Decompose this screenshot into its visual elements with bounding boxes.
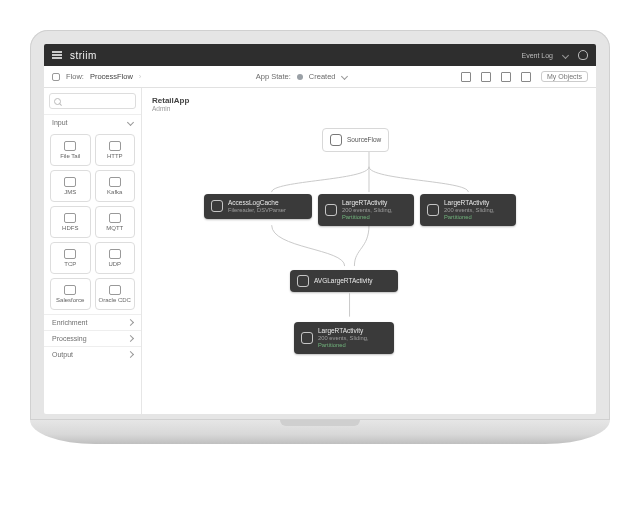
sidebar-section-input[interactable]: Input	[44, 114, 141, 130]
component-grid: File Tail HTTP JMS Kafka HDFS MQTT TCP U…	[44, 130, 141, 314]
app-state-value[interactable]: Created	[309, 72, 336, 81]
window-icon	[427, 204, 439, 216]
chevron-right-icon	[127, 335, 134, 342]
chevron-down-icon	[127, 119, 134, 126]
component-http[interactable]: HTTP	[95, 134, 136, 166]
menu-icon[interactable]	[52, 51, 62, 58]
download-icon[interactable]	[501, 72, 511, 82]
hdfs-icon	[64, 213, 76, 223]
chevron-right-icon	[127, 319, 134, 326]
http-icon	[109, 141, 121, 151]
udp-icon	[109, 249, 121, 259]
search-icon	[54, 98, 61, 105]
component-filetail[interactable]: File Tail	[50, 134, 91, 166]
node-accesslogcache[interactable]: AccessLogCache Filereader, DSVParser	[204, 194, 312, 219]
screen-bezel: striim Event Log Flow: ProcessFlow › App…	[30, 30, 610, 420]
status-dot-icon	[297, 74, 303, 80]
chevron-down-icon[interactable]	[340, 73, 347, 80]
node-largertactivity-1[interactable]: LargeRTActivity 200 events, Sliding, Par…	[318, 194, 414, 226]
tcp-icon	[64, 249, 76, 259]
node-largertactivity-3[interactable]: LargeRTActivity 200 events, Sliding, Par…	[294, 322, 394, 354]
node-sourceflow[interactable]: SourceFlow	[322, 128, 389, 152]
mqtt-icon	[109, 213, 121, 223]
search-input[interactable]	[49, 93, 136, 109]
node-avglargertactivity[interactable]: AVGLargeRTActivity	[290, 270, 398, 292]
app-screen: striim Event Log Flow: ProcessFlow › App…	[44, 44, 596, 414]
file-icon	[64, 141, 76, 151]
flow-icon	[330, 134, 342, 146]
laptop-frame: striim Event Log Flow: ProcessFlow › App…	[30, 30, 610, 444]
settings-icon[interactable]	[521, 72, 531, 82]
bell-icon[interactable]	[578, 50, 588, 60]
component-mqtt[interactable]: MQTT	[95, 206, 136, 238]
brand-logo: striim	[70, 50, 97, 61]
flow-diagram: SourceFlow AccessLogCache Filereader, DS…	[142, 122, 596, 414]
app-state-label: App State:	[256, 72, 291, 81]
component-kafka[interactable]: Kafka	[95, 170, 136, 202]
jms-icon	[64, 177, 76, 187]
flow-icon	[52, 73, 60, 81]
flow-label: Flow:	[66, 72, 84, 81]
node-largertactivity-2[interactable]: LargeRTActivity 200 events, Sliding, Par…	[420, 194, 516, 226]
salesforce-icon	[64, 285, 76, 295]
sidebar-section-enrichment[interactable]: Enrichment	[44, 314, 141, 330]
toolbar-icon-2[interactable]	[481, 72, 491, 82]
topbar: striim Event Log	[44, 44, 596, 66]
app-owner: Admin	[152, 105, 586, 112]
sidebar-section-processing[interactable]: Processing	[44, 330, 141, 346]
window-icon	[301, 332, 313, 344]
cq-icon	[297, 275, 309, 287]
app-title: RetailApp	[152, 96, 586, 105]
my-objects-button[interactable]: My Objects	[541, 71, 588, 82]
component-udp[interactable]: UDP	[95, 242, 136, 274]
oracle-icon	[109, 285, 121, 295]
toolbar-icon-1[interactable]	[461, 72, 471, 82]
sidebar: Input File Tail HTTP JMS Kafka HDFS MQTT…	[44, 88, 142, 414]
main-area: Input File Tail HTTP JMS Kafka HDFS MQTT…	[44, 88, 596, 414]
connectors	[142, 122, 596, 414]
component-hdfs[interactable]: HDFS	[50, 206, 91, 238]
subbar: Flow: ProcessFlow › App State: Created M…	[44, 66, 596, 88]
laptop-base	[30, 420, 610, 444]
kafka-icon	[109, 177, 121, 187]
component-jms[interactable]: JMS	[50, 170, 91, 202]
sidebar-section-output[interactable]: Output	[44, 346, 141, 362]
chevron-down-icon	[562, 51, 569, 58]
window-icon	[325, 204, 337, 216]
component-salesforce[interactable]: Salesforce	[50, 278, 91, 310]
cache-icon	[211, 200, 223, 212]
breadcrumb-chevron-icon: ›	[139, 72, 142, 81]
component-tcp[interactable]: TCP	[50, 242, 91, 274]
chevron-right-icon	[127, 351, 134, 358]
flow-name[interactable]: ProcessFlow	[90, 72, 133, 81]
component-oraclecdc[interactable]: Oracle CDC	[95, 278, 136, 310]
event-log-link[interactable]: Event Log	[521, 52, 553, 59]
flow-canvas[interactable]: RetailApp Admin	[142, 88, 596, 414]
